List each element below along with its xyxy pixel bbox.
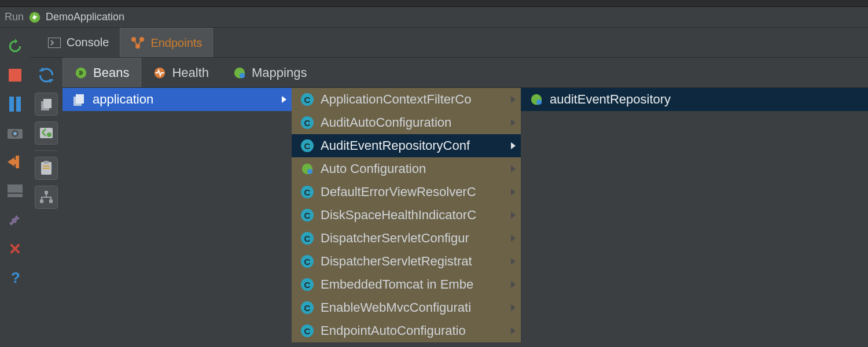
console-icon [48, 38, 61, 48]
class-icon: C [301, 232, 314, 245]
svg-rect-31 [76, 94, 84, 104]
list-item[interactable]: application [62, 88, 292, 111]
list-item-label: EnableWebMvcConfigurati [321, 300, 471, 315]
spring-icon [530, 93, 543, 106]
column-1: application [62, 88, 292, 347]
run-tab-bar: Console Endpoints [30, 28, 868, 58]
svg-rect-25 [49, 200, 53, 203]
svg-rect-21 [43, 165, 50, 167]
class-icon: C [301, 139, 314, 152]
chevron-right-icon [510, 188, 516, 196]
run-header: Run DemoApplication [0, 7, 868, 28]
title-bar-strip [0, 0, 868, 7]
list-item-label: ApplicationContextFilterCo [321, 92, 471, 107]
tab-beans-label: Beans [93, 65, 129, 80]
spring-boot-icon [28, 11, 41, 24]
pause-button[interactable] [7, 96, 23, 112]
class-icon: C [301, 116, 314, 129]
list-item-label: AuditEventRepositoryConf [321, 138, 470, 153]
chevron-right-icon [510, 327, 516, 335]
chevron-right-icon [510, 280, 516, 289]
svg-rect-20 [44, 161, 49, 164]
chevron-right-icon [510, 165, 516, 173]
camera-icon[interactable] [7, 125, 23, 141]
run-label: Run [5, 11, 24, 23]
list-item-label: AuditAutoConfiguration [321, 115, 451, 130]
svg-point-29 [240, 73, 245, 78]
exit-icon[interactable] [7, 154, 23, 170]
class-icon: C [301, 301, 314, 314]
chevron-right-icon [510, 234, 516, 242]
health-icon [153, 67, 166, 79]
list-item-label: application [93, 92, 153, 107]
class-icon: C [301, 186, 314, 198]
list-item-label: auditEventRepository [550, 92, 671, 107]
list-item-label: EmbeddedTomcat in Embe [321, 277, 473, 292]
chevron-right-icon [510, 142, 516, 150]
browser-columns: application CApplicationContextFilterCoC… [62, 88, 868, 347]
list-item[interactable]: CApplicationContextFilterCo [292, 88, 521, 111]
svg-rect-24 [40, 200, 43, 203]
list-item-label: DefaultErrorViewResolverC [321, 184, 476, 200]
class-icon: C [301, 278, 314, 291]
class-icon: C [301, 324, 314, 337]
tab-health[interactable]: Health [141, 58, 221, 87]
svg-rect-2 [9, 97, 14, 112]
tab-console-label: Console [67, 36, 109, 49]
endpoints-icon [131, 36, 145, 49]
list-item[interactable]: CDefaultErrorViewResolverC [292, 180, 521, 204]
class-icon: C [301, 255, 314, 268]
list-item[interactable]: CEndpointAutoConfiguratio [292, 319, 521, 342]
svg-rect-3 [16, 97, 21, 112]
svg-rect-8 [8, 184, 23, 193]
pin-icon[interactable] [7, 212, 23, 228]
close-icon[interactable] [7, 241, 23, 257]
tab-endpoints[interactable]: Endpoints [120, 28, 213, 57]
list-item-label: EndpointAutoConfiguratio [321, 323, 466, 338]
svg-rect-9 [8, 194, 23, 197]
svg-rect-16 [43, 99, 52, 108]
list-item[interactable]: auditEventRepository [521, 88, 868, 111]
svg-point-33 [307, 169, 312, 174]
rerun-button[interactable] [7, 38, 23, 54]
diff-icon[interactable] [35, 121, 58, 145]
tab-health-label: Health [172, 65, 209, 80]
app-title: DemoApplication [46, 11, 124, 23]
chevron-right-icon [510, 304, 516, 312]
list-item-label: DiskSpaceHealthIndicatorC [321, 208, 476, 223]
documents-icon[interactable] [35, 93, 58, 116]
list-item[interactable]: CEmbeddedTomcat in Embe [292, 273, 521, 296]
spring-icon [301, 163, 314, 175]
layout-icon[interactable] [7, 183, 23, 199]
list-item[interactable]: CAuditEventRepositoryConf [292, 134, 521, 157]
list-item[interactable]: CDiskSpaceHealthIndicatorC [292, 204, 521, 227]
svg-rect-22 [43, 168, 50, 169]
chevron-right-icon [281, 95, 287, 104]
list-item[interactable]: CDispatcherServletConfigur [292, 227, 521, 250]
endpoints-subtabs: Beans Health Mappings [62, 58, 868, 88]
stack-icon [72, 93, 86, 106]
tab-console[interactable]: Console [37, 28, 120, 57]
refresh-button[interactable] [35, 64, 58, 87]
list-item[interactable]: CAuditAutoConfiguration [292, 111, 521, 134]
svg-rect-1 [9, 69, 21, 82]
chevron-right-icon [510, 119, 516, 127]
tab-endpoints-label: Endpoints [150, 36, 202, 50]
help-icon[interactable]: ? [7, 270, 23, 286]
hierarchy-icon[interactable] [35, 186, 58, 209]
column-3: auditEventRepository [521, 88, 868, 347]
mappings-icon [233, 67, 246, 79]
tab-beans[interactable]: Beans [62, 58, 141, 87]
tab-mappings[interactable]: Mappings [221, 58, 319, 87]
list-item[interactable]: CDispatcherServletRegistrat [292, 250, 521, 273]
stop-button[interactable] [7, 67, 23, 83]
clipboard-icon[interactable] [35, 157, 58, 180]
list-item[interactable]: CEnableWebMvcConfigurati [292, 296, 521, 319]
svg-point-35 [536, 99, 542, 105]
chevron-right-icon [510, 95, 516, 104]
list-item-label: Auto Configuration [321, 161, 426, 176]
list-item-label: DispatcherServletRegistrat [321, 254, 472, 269]
column-2: CApplicationContextFilterCoCAuditAutoCon… [292, 88, 521, 347]
class-icon: C [301, 209, 314, 222]
list-item[interactable]: Auto Configuration [292, 157, 521, 180]
